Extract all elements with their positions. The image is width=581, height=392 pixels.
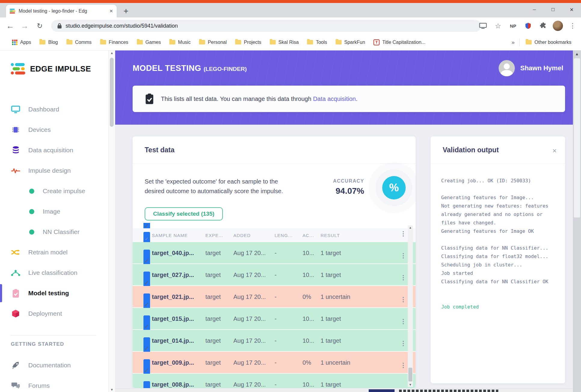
bookmark-title-capitalization[interactable]: TTitle Capitalization... [369, 37, 429, 47]
bookmark-music[interactable]: Music [165, 37, 195, 47]
bookmark-projects[interactable]: Projects [231, 37, 266, 47]
column-sample-name[interactable]: SAMPLE NAME [152, 228, 188, 242]
row-menu-icon[interactable] [401, 297, 405, 319]
browser-profile-avatar[interactable] [553, 21, 563, 31]
column-length[interactable]: LENG... [275, 228, 293, 242]
bookmark-sparkfun[interactable]: SparkFun [331, 37, 369, 47]
bookmark-personal[interactable]: Personal [195, 37, 231, 47]
close-icon[interactable] [562, 3, 581, 16]
page-title: MODEL TESTING(LEGO-FINDER) [133, 64, 247, 73]
bookmark-tools[interactable]: Tools [303, 37, 331, 47]
scrollbar-thumb[interactable] [110, 58, 114, 127]
bookmark-apps[interactable]: Apps [8, 37, 35, 47]
sidebar-scrollbar[interactable] [108, 50, 115, 392]
maximize-icon[interactable] [544, 3, 562, 16]
test-data-header: Test data [133, 136, 416, 164]
bookmarks-overflow-icon[interactable]: » [509, 39, 518, 46]
folder-icon [137, 40, 143, 44]
bookmark-comms[interactable]: Comms [62, 37, 96, 47]
back-icon[interactable] [4, 17, 17, 34]
table-row[interactable]: target_040.jp... target Aug 17 20... - 1… [133, 242, 416, 264]
column-accuracy[interactable]: AC... [303, 228, 314, 242]
bookmark-skal-risa[interactable]: Skal Risa [266, 37, 303, 47]
column-result[interactable]: RESULT [321, 228, 340, 242]
window-frame-strip [0, 0, 581, 3]
sidebar-item-dashboard[interactable]: Dashboard [0, 99, 108, 120]
sidebar-item-create-impulse[interactable]: Create impulse [0, 181, 108, 201]
scrollbar-thumb[interactable] [574, 58, 580, 217]
scroll-down-icon[interactable] [408, 383, 413, 386]
classify-selected-button[interactable]: Classify selected (135) [145, 207, 223, 220]
sidebar-item-nn-classifier[interactable]: NN Classifier [0, 222, 108, 242]
scroll-up-icon[interactable] [573, 52, 581, 56]
scroll-up-icon[interactable] [109, 51, 115, 55]
sidebar-item-documentation[interactable]: Documentation [0, 355, 108, 375]
row-menu-icon[interactable] [401, 319, 405, 341]
other-bookmarks[interactable]: Other bookmarks [521, 37, 576, 47]
cast-icon[interactable] [478, 20, 488, 31]
row-menu-icon[interactable] [401, 363, 405, 385]
browser-toolbar: studio.edgeimpulse.com/studio/5941/valid… [0, 17, 581, 34]
row-menu-icon[interactable] [401, 275, 405, 297]
minimize-icon[interactable] [525, 3, 544, 16]
table-row[interactable]: target_009.jp... target Aug 17 20... - 0… [133, 352, 416, 374]
sidebar-item-image[interactable]: Image [0, 201, 108, 222]
row-menu-icon[interactable] [401, 231, 405, 253]
column-added[interactable]: ADDED [233, 228, 251, 242]
table-row[interactable]: target_014.jp... target Aug 17 20... - 1… [133, 330, 416, 352]
browser-tab[interactable]: Model testing - lego-finder - Edg [6, 5, 117, 17]
table-row[interactable]: target_008.jp... target Aug 17 20... - 1… [133, 374, 416, 388]
close-panel-icon[interactable] [552, 147, 557, 155]
row-checkbox[interactable] [143, 223, 150, 228]
sidebar-item-model-testing[interactable]: Model testing [0, 283, 108, 303]
url-bar[interactable]: studio.edgeimpulse.com/studio/5941/valid… [51, 20, 481, 32]
column-expected[interactable]: EXPE... [205, 228, 223, 242]
table-row-partial[interactable]: target_0... target Aug 17 20... 10... 1 … [133, 223, 416, 228]
sidebar-item-impulse-design[interactable]: Impulse design [0, 160, 108, 181]
profile-badge[interactable]: NP [508, 20, 518, 31]
accuracy-label: ACCURACY [319, 178, 364, 184]
shield-extension-icon[interactable] [523, 20, 533, 31]
console-line: Classifying data for NN Classifier... [441, 244, 556, 252]
sidebar-item-devices[interactable]: Devices [0, 120, 108, 140]
sidebar-item-deployment[interactable]: Deployment [0, 303, 108, 324]
url-text: studio.edgeimpulse.com/studio/5941/valid… [66, 23, 178, 29]
edge-impulse-logo[interactable]: EDGE IMPULSE [11, 63, 91, 74]
page-scrollbar[interactable] [573, 50, 581, 392]
test-data-table: target_0... target Aug 17 20... 10... 1 … [133, 223, 416, 388]
user-menu[interactable]: Shawn Hymel [499, 60, 563, 76]
new-tab-button[interactable] [120, 5, 132, 17]
data-acquisition-link[interactable]: Data acquisition [313, 96, 356, 102]
validation-output-title: Validation output [443, 146, 499, 154]
bookmark-games[interactable]: Games [133, 37, 165, 47]
tab-close-icon[interactable] [109, 8, 113, 14]
expected-label: target [205, 330, 221, 352]
reload-icon[interactable] [33, 17, 46, 34]
sidebar-item-retrain-model[interactable]: Retrain model [0, 242, 108, 263]
row-menu-icon[interactable] [401, 253, 405, 275]
forward-icon[interactable] [18, 17, 31, 34]
table-scrollbar[interactable] [408, 225, 413, 387]
console-line [441, 286, 556, 294]
bookmark-label: Finances [109, 40, 128, 45]
bookmark-star-icon[interactable] [493, 20, 503, 31]
chrome-menu-icon[interactable] [567, 20, 578, 31]
edge-impulse-favicon [10, 9, 16, 14]
table-row[interactable]: target_027.jp... target Aug 17 20... - 1… [133, 264, 416, 286]
scrollbar-thumb[interactable] [408, 368, 412, 381]
row-checkbox[interactable] [143, 381, 150, 388]
bookmark-finances[interactable]: Finances [96, 37, 133, 47]
table-row[interactable]: target_021.jp... target Aug 17 20... - 0… [133, 286, 416, 308]
bookmark-blog[interactable]: Blog [35, 37, 62, 47]
sidebar-item-forums[interactable]: Forums [0, 375, 108, 392]
scroll-up-icon[interactable] [408, 226, 413, 229]
sidebar-item-data-acquisition[interactable]: Data acquisition [0, 140, 108, 160]
table-row[interactable]: target_015.jp... target Aug 17 20... - 1… [133, 308, 416, 330]
row-menu-icon[interactable] [401, 341, 405, 363]
user-avatar[interactable] [499, 60, 515, 76]
scroll-down-icon[interactable] [109, 388, 115, 391]
extensions-puzzle-icon[interactable] [538, 20, 549, 31]
info-banner: This lists all test data. You can manage… [133, 86, 565, 112]
bookmark-label: Apps [20, 40, 31, 45]
sidebar-item-live-classification[interactable]: Live classification [0, 263, 108, 283]
